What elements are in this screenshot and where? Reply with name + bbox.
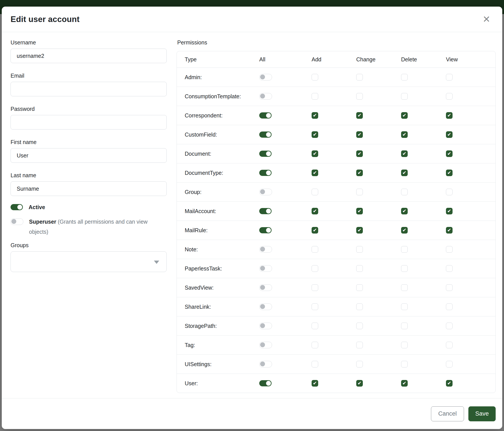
- delete-checkbox[interactable]: ✔: [401, 112, 408, 119]
- add-checkbox[interactable]: [312, 246, 318, 253]
- add-checkbox[interactable]: [312, 74, 318, 81]
- change-checkbox[interactable]: ✔: [356, 227, 363, 233]
- add-checkbox[interactable]: [312, 342, 318, 348]
- delete-checkbox[interactable]: ✔: [401, 131, 408, 138]
- all-toggle[interactable]: [259, 246, 272, 253]
- view-checkbox[interactable]: ✔: [446, 170, 452, 176]
- add-checkbox[interactable]: ✔: [312, 150, 318, 157]
- change-checkbox[interactable]: [356, 361, 363, 368]
- all-toggle[interactable]: [259, 189, 272, 195]
- view-checkbox[interactable]: [446, 361, 452, 368]
- change-checkbox[interactable]: ✔: [356, 150, 363, 157]
- add-checkbox[interactable]: [312, 265, 318, 272]
- change-checkbox[interactable]: [356, 189, 363, 195]
- close-icon[interactable]: ✕: [483, 15, 490, 24]
- active-toggle[interactable]: [10, 204, 23, 210]
- add-checkbox[interactable]: ✔: [312, 227, 318, 233]
- view-checkbox[interactable]: ✔: [446, 150, 452, 157]
- delete-checkbox[interactable]: [401, 189, 408, 195]
- delete-checkbox[interactable]: [401, 284, 408, 291]
- add-checkbox[interactable]: [312, 189, 318, 195]
- all-toggle[interactable]: [259, 284, 272, 291]
- first-name-field[interactable]: [10, 148, 167, 163]
- toggle-knob: [260, 342, 265, 347]
- toggle-knob: [266, 132, 271, 137]
- delete-checkbox[interactable]: [401, 93, 408, 100]
- delete-checkbox[interactable]: ✔: [401, 227, 408, 233]
- superuser-toggle[interactable]: [10, 218, 23, 225]
- all-toggle[interactable]: [259, 112, 271, 118]
- all-toggle[interactable]: [259, 323, 272, 329]
- change-checkbox[interactable]: ✔: [356, 112, 363, 119]
- change-checkbox[interactable]: [356, 265, 363, 272]
- delete-checkbox[interactable]: [401, 265, 408, 272]
- change-checkbox[interactable]: ✔: [356, 131, 363, 138]
- change-checkbox[interactable]: [356, 342, 363, 348]
- all-toggle[interactable]: [259, 93, 272, 100]
- add-checkbox[interactable]: ✔: [312, 170, 318, 176]
- view-checkbox[interactable]: [446, 342, 452, 348]
- all-toggle[interactable]: [259, 132, 271, 138]
- add-checkbox[interactable]: [312, 93, 318, 100]
- delete-checkbox[interactable]: ✔: [401, 208, 408, 214]
- last-name-field[interactable]: [10, 181, 167, 196]
- all-toggle[interactable]: [259, 342, 272, 348]
- view-checkbox[interactable]: ✔: [446, 208, 452, 214]
- add-checkbox[interactable]: ✔: [312, 208, 318, 214]
- all-toggle[interactable]: [259, 227, 271, 233]
- add-checkbox[interactable]: ✔: [312, 380, 318, 386]
- add-checkbox[interactable]: ✔: [312, 131, 318, 138]
- change-checkbox[interactable]: [356, 74, 363, 81]
- page-backdrop: Edit user account ✕ Username Email Passw…: [0, 0, 504, 431]
- view-checkbox[interactable]: [446, 246, 452, 253]
- groups-select[interactable]: [10, 251, 167, 272]
- delete-checkbox[interactable]: [401, 342, 408, 348]
- change-checkbox[interactable]: [356, 93, 363, 100]
- delete-checkbox[interactable]: [401, 323, 408, 329]
- view-checkbox[interactable]: [446, 189, 452, 195]
- toggle-knob: [266, 171, 271, 175]
- delete-checkbox[interactable]: ✔: [401, 380, 408, 386]
- change-checkbox[interactable]: [356, 304, 363, 310]
- change-checkbox[interactable]: ✔: [356, 380, 363, 386]
- change-checkbox[interactable]: ✔: [356, 170, 363, 176]
- email-field[interactable]: [10, 82, 167, 96]
- delete-checkbox[interactable]: [401, 361, 408, 368]
- view-checkbox[interactable]: [446, 265, 452, 272]
- add-checkbox[interactable]: [312, 323, 318, 329]
- add-checkbox[interactable]: ✔: [312, 112, 318, 119]
- view-checkbox[interactable]: ✔: [446, 380, 452, 386]
- view-checkbox[interactable]: ✔: [446, 131, 452, 138]
- username-input[interactable]: [10, 49, 167, 63]
- password-field[interactable]: [10, 115, 167, 130]
- all-toggle[interactable]: [259, 265, 272, 272]
- delete-checkbox[interactable]: ✔: [401, 170, 408, 176]
- change-checkbox[interactable]: [356, 284, 363, 291]
- all-toggle[interactable]: [259, 151, 271, 157]
- change-checkbox[interactable]: ✔: [356, 208, 363, 214]
- all-toggle[interactable]: [259, 304, 272, 310]
- change-checkbox[interactable]: [356, 323, 363, 329]
- view-checkbox[interactable]: ✔: [446, 112, 452, 119]
- delete-checkbox[interactable]: [401, 74, 408, 81]
- view-checkbox[interactable]: [446, 304, 452, 310]
- save-button[interactable]: Save: [468, 406, 496, 421]
- all-toggle[interactable]: [259, 208, 271, 214]
- view-checkbox[interactable]: [446, 323, 452, 329]
- delete-checkbox[interactable]: [401, 246, 408, 253]
- all-toggle[interactable]: [259, 380, 271, 386]
- all-toggle[interactable]: [259, 74, 272, 81]
- add-checkbox[interactable]: [312, 361, 318, 368]
- view-checkbox[interactable]: [446, 74, 452, 81]
- all-toggle[interactable]: [259, 170, 271, 176]
- all-toggle[interactable]: [259, 361, 272, 368]
- delete-checkbox[interactable]: ✔: [401, 150, 408, 157]
- add-checkbox[interactable]: [312, 304, 318, 310]
- cancel-button[interactable]: Cancel: [431, 406, 464, 421]
- change-checkbox[interactable]: [356, 246, 363, 253]
- view-checkbox[interactable]: [446, 93, 452, 100]
- view-checkbox[interactable]: ✔: [446, 227, 452, 233]
- delete-checkbox[interactable]: [401, 304, 408, 310]
- view-checkbox[interactable]: [446, 284, 452, 291]
- add-checkbox[interactable]: [312, 284, 318, 291]
